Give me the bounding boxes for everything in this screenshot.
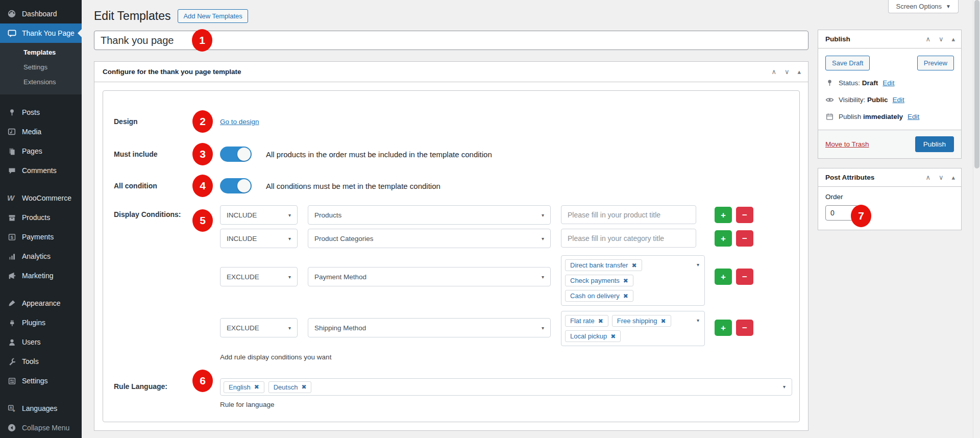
scrollbar-thumb[interactable] [974, 0, 979, 168]
sidebar-item-analytics[interactable]: Analytics [0, 247, 82, 266]
add-condition-button[interactable]: + [715, 230, 732, 247]
condition-mode-select[interactable]: EXCLUDE ▾ [220, 267, 298, 286]
tag-label: Deutsch [274, 383, 298, 391]
sidebar-item-dashboard[interactable]: Dashboard [0, 4, 82, 23]
sidebar-item-users[interactable]: Users [0, 332, 82, 352]
remove-tag-icon[interactable]: ✖ [301, 383, 306, 391]
condition-value-input[interactable] [561, 229, 696, 248]
collapse-panel-icon[interactable]: ▴ [951, 35, 955, 43]
move-down-icon[interactable]: ∨ [785, 68, 790, 76]
chevron-down-icon: ▾ [288, 236, 291, 241]
condition-row: EXCLUDE ▾ Payment Method ▾ [220, 255, 789, 306]
sidebar-item-label: Settings [22, 377, 48, 385]
sidebar-item-plugins[interactable]: Plugins [0, 313, 82, 332]
condition-type-value: Product Categories [314, 235, 374, 242]
add-condition-button[interactable]: + [715, 320, 732, 336]
publish-button[interactable]: Publish [915, 136, 954, 152]
chevron-down-icon: ▾ [697, 262, 699, 267]
submenu-item-settings[interactable]: Settings [0, 60, 82, 75]
rule-language-multiselect[interactable]: English ✖ Deutsch ✖ ▾ [220, 378, 792, 396]
sidebar-item-label: Media [22, 128, 41, 136]
sidebar-item-marketing[interactable]: Marketing [0, 266, 82, 285]
preview-button[interactable]: Preview [917, 56, 954, 70]
svg-text:W: W [7, 193, 15, 202]
sidebar-item-languages[interactable]: A★ Languages [0, 399, 82, 418]
remove-tag-icon[interactable]: ✖ [623, 277, 628, 284]
selected-tag: Cash on delivery ✖ [565, 290, 633, 302]
chevron-down-icon: ▾ [542, 274, 544, 280]
sidebar-item-collapse-menu[interactable]: Collapse Menu [0, 418, 82, 437]
template-settings-box: Design Go to design Must include All pro… [103, 90, 800, 422]
collapse-panel-icon[interactable]: ▴ [797, 68, 801, 76]
add-new-templates-button[interactable]: Add New Templates [178, 9, 248, 23]
condition-mode-select[interactable]: EXCLUDE ▾ [220, 318, 298, 337]
page-scrollbar[interactable] [973, 0, 980, 438]
move-up-icon[interactable]: ∧ [925, 35, 930, 43]
sidebar-item-payments[interactable]: $ Payments [0, 227, 82, 247]
move-to-trash-link[interactable]: Move to Trash [825, 140, 869, 148]
add-condition-button[interactable]: + [715, 207, 732, 223]
sidebar-item-pages[interactable]: Pages [0, 141, 82, 161]
submenu-item-templates[interactable]: Templates [0, 45, 82, 60]
svg-text:$: $ [10, 234, 13, 239]
go-to-design-link[interactable]: Go to design [220, 118, 259, 126]
condition-type-select[interactable]: Product Categories ▾ [308, 229, 551, 248]
all-condition-toggle[interactable] [220, 178, 252, 193]
status-row: Status: Draft [839, 79, 878, 87]
selected-tag: Direct bank transfer ✖ [565, 259, 642, 271]
collapse-panel-icon[interactable]: ▴ [951, 174, 955, 181]
condition-mode-value: EXCLUDE [227, 324, 259, 332]
remove-condition-button[interactable]: − [736, 230, 753, 247]
visibility-row: Visibility: Public [839, 96, 888, 104]
condition-type-select[interactable]: Products ▾ [308, 205, 551, 225]
rule-language-helper-text: Rule for language [220, 401, 792, 408]
remove-tag-icon[interactable]: ✖ [623, 293, 628, 300]
edit-publish-time-link[interactable]: Edit [908, 113, 919, 120]
condition-row: EXCLUDE ▾ Shipping Method ▾ [220, 311, 789, 346]
status-label: Status: [839, 79, 860, 87]
move-down-icon[interactable]: ∨ [939, 174, 944, 181]
sidebar-item-thank-you-page[interactable]: Thank You Page [0, 23, 82, 43]
condition-type-select[interactable]: Payment Method ▾ [308, 267, 551, 286]
condition-value-input[interactable] [561, 205, 696, 224]
condition-mode-select[interactable]: INCLUDE ▾ [220, 229, 298, 248]
sidebar-item-products[interactable]: Products [0, 208, 82, 227]
move-up-icon[interactable]: ∧ [771, 68, 776, 76]
save-draft-button[interactable]: Save Draft [825, 56, 870, 70]
sidebar-item-media[interactable]: Media [0, 122, 82, 141]
sidebar-item-woocommerce[interactable]: W WooCommerce [0, 188, 82, 208]
remove-tag-icon[interactable]: ✖ [631, 262, 636, 269]
visibility-label: Visibility: [839, 96, 865, 104]
screen-options-button[interactable]: Screen Options ▼ [888, 0, 959, 13]
add-condition-button[interactable]: + [715, 269, 732, 285]
condition-row: INCLUDE ▾ Product Categories ▾ [220, 229, 789, 248]
remove-condition-button[interactable]: − [736, 269, 753, 285]
remove-tag-icon[interactable]: ✖ [598, 318, 603, 325]
edit-status-link[interactable]: Edit [883, 79, 894, 87]
move-down-icon[interactable]: ∨ [939, 35, 944, 43]
sidebar-item-posts[interactable]: Posts [0, 103, 82, 122]
remove-condition-button[interactable]: − [736, 320, 753, 336]
condition-type-select[interactable]: Shipping Method ▾ [308, 318, 551, 337]
edit-visibility-link[interactable]: Edit [893, 96, 904, 104]
sidebar-item-tools[interactable]: Tools [0, 352, 82, 371]
remove-tag-icon[interactable]: ✖ [610, 333, 616, 340]
sidebar-item-label: Languages [22, 404, 57, 412]
users-icon [7, 337, 17, 347]
remove-tag-icon[interactable]: ✖ [254, 383, 259, 391]
sidebar-item-comments[interactable]: Comments [0, 161, 82, 180]
remove-condition-button[interactable]: − [736, 207, 753, 223]
submenu-item-extensions[interactable]: Extensions [0, 75, 82, 89]
chevron-down-icon: ▼ [946, 4, 951, 9]
condition-mode-select[interactable]: INCLUDE ▾ [220, 205, 298, 225]
condition-multiselect[interactable]: Flat rate ✖ Free shipping ✖ [561, 311, 705, 346]
remove-tag-icon[interactable]: ✖ [661, 318, 666, 325]
condition-multiselect[interactable]: Direct bank transfer ✖ Check payments ✖ [561, 255, 705, 306]
must-include-toggle[interactable] [220, 147, 252, 162]
screen-options-label: Screen Options [896, 3, 942, 10]
appearance-icon [7, 298, 17, 308]
sidebar-item-appearance[interactable]: Appearance [0, 294, 82, 313]
tag-label: Flat rate [570, 317, 595, 325]
move-up-icon[interactable]: ∧ [925, 174, 930, 181]
sidebar-item-settings[interactable]: Settings [0, 371, 82, 391]
